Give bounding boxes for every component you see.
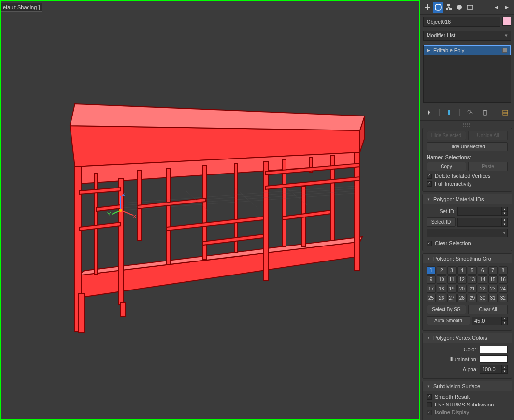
paste-button[interactable]: Paste bbox=[468, 162, 508, 171]
clear-selection-checkbox[interactable]: Clear Selection bbox=[427, 240, 508, 246]
copy-button[interactable]: Copy bbox=[427, 162, 466, 171]
make-unique-icon[interactable] bbox=[465, 108, 475, 117]
rollout-header-vertex-colors[interactable]: ▼ Polygon: Vertex Colors bbox=[423, 333, 512, 343]
smoothing-group-button-15[interactable]: 15 bbox=[488, 275, 498, 284]
pin-stack-icon[interactable] bbox=[424, 108, 434, 117]
collapse-arrow-icon: ▼ bbox=[427, 257, 430, 261]
alpha-spinner[interactable]: 100.0▲▼ bbox=[480, 365, 508, 374]
smoothing-group-button-6[interactable]: 6 bbox=[478, 266, 487, 275]
set-id-spinner[interactable]: ▲▼ bbox=[457, 207, 508, 216]
smoothing-group-button-16[interactable]: 16 bbox=[499, 275, 508, 284]
smoothing-group-button-27[interactable]: 27 bbox=[447, 294, 457, 302]
smoothing-group-button-14[interactable]: 14 bbox=[478, 275, 487, 284]
object-color-swatch[interactable] bbox=[502, 17, 511, 26]
svg-rect-49 bbox=[467, 5, 473, 9]
svg-rect-45 bbox=[449, 8, 452, 10]
modifier-name: Editable Poly bbox=[433, 47, 464, 53]
auto-smooth-spinner[interactable]: 45.0▲▼ bbox=[472, 317, 508, 325]
smoothing-group-button-24[interactable]: 24 bbox=[499, 285, 508, 293]
svg-rect-9 bbox=[354, 152, 360, 271]
smoothing-group-button-22[interactable]: 22 bbox=[478, 285, 487, 293]
hide-unselected-button[interactable]: Hide Unselected bbox=[427, 142, 508, 151]
full-interactivity-checkbox[interactable]: Full Interactivity bbox=[427, 181, 508, 187]
smoothing-group-button-1[interactable]: 1 bbox=[427, 266, 436, 275]
panel-nav-left-icon[interactable]: ◀ bbox=[491, 2, 501, 13]
smoothing-group-button-4[interactable]: 4 bbox=[457, 266, 467, 275]
unhide-all-button[interactable]: Unhide All bbox=[468, 131, 508, 140]
alpha-label: Alpha: bbox=[427, 366, 478, 372]
svg-marker-24 bbox=[138, 198, 205, 209]
smoothing-group-button-3[interactable]: 3 bbox=[447, 266, 457, 275]
viewport-3d[interactable]: efault Shading ] bbox=[0, 0, 420, 420]
smoothing-group-button-8[interactable]: 8 bbox=[499, 266, 508, 275]
model-canvas[interactable]: z x Y bbox=[1, 1, 419, 419]
smoothing-group-button-7[interactable]: 7 bbox=[488, 266, 498, 275]
smoothing-group-button-26[interactable]: 26 bbox=[437, 294, 446, 302]
clear-all-sg-button[interactable]: Clear All bbox=[468, 305, 508, 314]
select-id-spinner[interactable]: ▲▼ bbox=[457, 218, 508, 227]
modify-tab-icon[interactable] bbox=[433, 2, 443, 13]
smoothing-group-button-10[interactable]: 10 bbox=[437, 275, 446, 284]
svg-marker-29 bbox=[283, 210, 331, 220]
svg-marker-1 bbox=[70, 104, 365, 130]
display-tab-icon[interactable] bbox=[465, 2, 475, 13]
smoothing-group-button-5[interactable]: 5 bbox=[468, 266, 477, 275]
smoothing-group-button-25[interactable]: 25 bbox=[427, 294, 436, 302]
smoothing-group-button-20[interactable]: 20 bbox=[457, 285, 467, 293]
svg-point-40 bbox=[119, 209, 122, 212]
smoothing-group-button-18[interactable]: 18 bbox=[437, 285, 446, 293]
material-name-dropdown[interactable] bbox=[427, 229, 508, 237]
rollout-scroll[interactable]: Hide Selected Unhide All Hide Unselected… bbox=[420, 121, 514, 420]
smoothing-group-button-32[interactable]: 32 bbox=[499, 294, 508, 302]
rollout-header-smoothing[interactable]: ▼ Polygon: Smoothing Gro bbox=[423, 254, 512, 263]
create-tab-icon[interactable] bbox=[422, 2, 433, 13]
configure-modifier-sets-icon[interactable] bbox=[500, 108, 510, 117]
drag-grip-icon[interactable] bbox=[457, 123, 477, 127]
smoothing-group-button-17[interactable]: 17 bbox=[427, 285, 436, 293]
vertex-color-swatch[interactable] bbox=[480, 346, 508, 353]
smoothing-group-button-21[interactable]: 21 bbox=[468, 285, 477, 293]
smoothing-group-button-23[interactable]: 23 bbox=[488, 285, 498, 293]
illumination-color-swatch[interactable] bbox=[480, 355, 508, 363]
select-id-button[interactable]: Select ID bbox=[427, 217, 456, 227]
select-by-sg-button[interactable]: Select By SG bbox=[427, 305, 466, 314]
svg-line-31 bbox=[123, 188, 355, 205]
modifier-stack[interactable]: ▶ Editable Poly bbox=[423, 45, 511, 103]
smoothing-group-button-12[interactable]: 12 bbox=[457, 275, 467, 284]
smoothing-group-button-13[interactable]: 13 bbox=[468, 275, 477, 284]
show-end-result-icon[interactable] bbox=[444, 108, 454, 117]
rollout-header-material-ids[interactable]: ▼ Polygon: Material IDs bbox=[423, 194, 512, 204]
smoothing-group-button-2[interactable]: 2 bbox=[437, 266, 446, 275]
svg-rect-50 bbox=[448, 110, 450, 115]
svg-rect-14 bbox=[167, 168, 170, 265]
auto-smooth-button[interactable]: Auto Smooth bbox=[427, 316, 470, 325]
motion-tab-icon[interactable] bbox=[454, 2, 465, 13]
hierarchy-tab-icon[interactable] bbox=[443, 2, 454, 13]
modifier-list-dropdown[interactable]: Modifier List bbox=[423, 31, 511, 41]
svg-point-48 bbox=[457, 5, 462, 10]
smoothing-group-grid: 1234567891011121314151617181920212223242… bbox=[427, 266, 508, 302]
svg-marker-28 bbox=[266, 177, 360, 189]
modifier-toggle-icon[interactable] bbox=[502, 48, 507, 53]
expand-arrow-icon[interactable]: ▶ bbox=[427, 48, 430, 53]
smoothing-group-button-29[interactable]: 29 bbox=[468, 294, 477, 302]
rollout-header-subdivision[interactable]: ▼ Subdivision Surface bbox=[423, 381, 512, 391]
svg-rect-12 bbox=[94, 173, 98, 275]
svg-rect-55 bbox=[503, 110, 508, 115]
smoothing-group-button-19[interactable]: 19 bbox=[447, 285, 457, 293]
svg-line-30 bbox=[123, 186, 355, 203]
hide-selected-button[interactable]: Hide Selected bbox=[427, 131, 466, 140]
isoline-display-checkbox[interactable]: Isoline Display bbox=[427, 409, 508, 415]
object-name-input[interactable] bbox=[423, 17, 500, 27]
smoothing-group-button-11[interactable]: 11 bbox=[447, 275, 457, 284]
smoothing-group-button-30[interactable]: 30 bbox=[478, 294, 487, 302]
smooth-result-checkbox[interactable]: Smooth Result bbox=[427, 394, 508, 400]
smoothing-group-button-9[interactable]: 9 bbox=[427, 275, 436, 284]
remove-modifier-icon[interactable] bbox=[480, 108, 490, 117]
delete-isolated-vertices-checkbox[interactable]: Delete Isolated Vertices bbox=[427, 173, 508, 179]
use-nurms-checkbox[interactable]: Use NURMS Subdivision bbox=[427, 402, 508, 407]
modifier-stack-item[interactable]: ▶ Editable Poly bbox=[424, 45, 511, 55]
smoothing-group-button-28[interactable]: 28 bbox=[457, 294, 467, 302]
smoothing-group-button-31[interactable]: 31 bbox=[488, 294, 498, 302]
panel-nav-right-icon[interactable]: ▶ bbox=[501, 2, 512, 13]
